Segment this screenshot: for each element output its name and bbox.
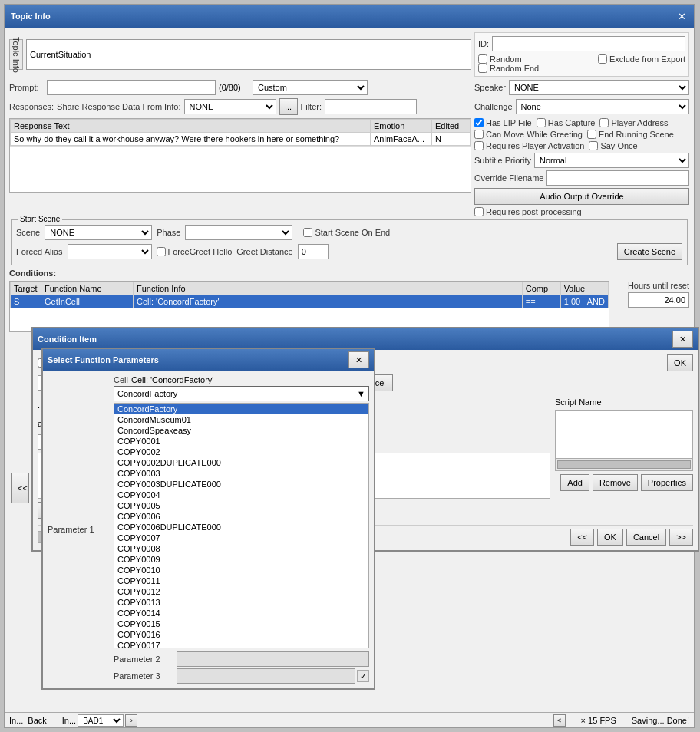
list-item[interactable]: COPY0016 — [114, 629, 368, 640]
list-item[interactable]: COPY0017 — [114, 640, 368, 648]
list-item[interactable]: COPY0005 — [114, 500, 368, 511]
player-address-checkbox[interactable] — [599, 118, 609, 127]
list-item[interactable]: ConcordSpeakeasy — [114, 425, 368, 436]
end-running-scene-checkbox[interactable] — [587, 130, 596, 139]
select-func-close-button[interactable]: ✕ — [348, 351, 369, 368]
phase-select[interactable] — [185, 225, 292, 240]
share-select[interactable]: NONE — [184, 99, 276, 114]
param2-input[interactable] — [177, 651, 369, 667]
hours-until-reset-input[interactable] — [628, 292, 689, 308]
param1-label: Parameter 1 — [48, 525, 109, 534]
param1-selected-value: ConcordFactory — [117, 389, 177, 398]
condition-row[interactable]: S GetInCell Cell: 'ConcordFactory' == 1.… — [11, 295, 609, 308]
param3-input[interactable] — [177, 668, 355, 684]
has-lip-file-checkbox[interactable] — [474, 118, 484, 127]
requires-player-activation-checkbox[interactable] — [474, 141, 484, 150]
random-checkbox[interactable] — [478, 54, 487, 64]
subtitle-priority-select[interactable]: Normal — [534, 153, 689, 168]
arrow-button[interactable]: › — [125, 714, 137, 727]
start-scene-on-end-label[interactable]: Start Scene On End — [303, 228, 390, 237]
response-text-cell: So why do they call it a workhouse anywa… — [11, 133, 371, 146]
list-item[interactable]: COPY0004 — [114, 490, 368, 500]
cond-col-info: Function Info — [134, 282, 523, 295]
dropdown-arrow-icon[interactable]: ▼ — [357, 389, 365, 398]
prompt-input[interactable] — [47, 80, 216, 95]
save-status: Saving... Done! — [632, 716, 689, 725]
properties-button2[interactable]: Properties — [641, 474, 693, 491]
condition-item-close-button[interactable]: ✕ — [672, 331, 693, 348]
list-item[interactable]: COPY0003 — [114, 468, 368, 479]
condition-ok-button[interactable]: OK — [667, 354, 693, 371]
list-item[interactable]: COPY0003DUPLICATE000 — [114, 479, 368, 490]
in2-label: In... — [62, 716, 76, 725]
list-item[interactable]: COPY0006 — [114, 511, 368, 522]
requires-post-processing-label[interactable]: Requires post-processing — [474, 207, 689, 216]
topic-text-label: Topic Info — [9, 39, 23, 70]
remove-button[interactable]: Remove — [593, 474, 638, 491]
has-capture-label[interactable]: Has Capture — [537, 118, 596, 127]
exclude-from-export-checkbox[interactable] — [598, 54, 607, 64]
challenge-select[interactable]: None — [516, 99, 689, 114]
list-item[interactable]: COPY0013 — [114, 597, 368, 608]
force-greet-hello-label[interactable]: ForceGreet Hello — [157, 247, 233, 256]
scroll-left-button[interactable]: << — [11, 473, 29, 503]
scene-label: Scene — [16, 228, 40, 237]
topic-text-input[interactable] — [26, 39, 471, 70]
main-close-button[interactable]: ✕ — [676, 8, 688, 25]
id-input[interactable] — [492, 36, 685, 51]
speaker-select[interactable]: NONE — [509, 80, 689, 95]
list-item[interactable]: COPY0002 — [114, 447, 368, 457]
can-move-while-greeting-checkbox[interactable] — [474, 130, 484, 139]
forced-alias-select[interactable] — [68, 244, 152, 259]
param1-value: Cell: 'ConcordFactory' — [131, 375, 214, 384]
requires-post-processing-checkbox[interactable] — [474, 207, 484, 216]
bad1-select[interactable]: BAD1 — [78, 714, 124, 727]
cond-col-target: Target — [11, 282, 41, 295]
share-dots-button[interactable]: ... — [279, 98, 298, 115]
select-func-title-bar: Select Function Parameters ✕ — [43, 349, 374, 371]
list-item[interactable]: COPY0012 — [114, 586, 368, 597]
main-window: Topic Info ✕ Topic Info ID: Random — [4, 4, 695, 728]
list-item[interactable]: COPY0002DUPLICATE000 — [114, 457, 368, 468]
create-scene-button[interactable]: Create Scene — [617, 243, 682, 260]
list-item[interactable]: ConcordMuseum01 — [114, 414, 368, 425]
table-row[interactable]: So why do they call it a workhouse anywa… — [11, 133, 471, 146]
add-button[interactable]: Add — [560, 474, 589, 491]
say-once-checkbox[interactable] — [589, 141, 598, 150]
random-end-checkbox-label[interactable]: Random End — [478, 64, 539, 73]
list-item[interactable]: COPY0006DUPLICATE000 — [114, 522, 368, 533]
list-item[interactable]: COPY0015 — [114, 618, 368, 629]
scene-select[interactable]: NONE — [45, 225, 152, 240]
list-item[interactable]: COPY0010 — [114, 565, 368, 575]
force-greet-hello-checkbox[interactable] — [157, 247, 166, 256]
nav-ok-button[interactable]: OK — [597, 529, 623, 546]
list-item[interactable]: COPY0009 — [114, 554, 368, 565]
nav-right-button[interactable]: >> — [669, 529, 693, 546]
nav-cancel-button[interactable]: Cancel — [626, 529, 666, 546]
list-item[interactable]: COPY0001 — [114, 436, 368, 447]
greet-distance-input[interactable] — [298, 244, 329, 259]
random-checkbox-label[interactable]: Random — [478, 54, 522, 64]
list-item[interactable]: COPY0007 — [114, 533, 368, 543]
requires-player-activation-label[interactable]: Requires Player Activation — [474, 141, 584, 150]
list-item[interactable]: ConcordFactory — [114, 404, 368, 414]
has-lip-file-label[interactable]: Has LIP File — [474, 118, 532, 127]
filter-input[interactable] — [325, 99, 417, 114]
prompt-dropdown[interactable]: Custom Default — [253, 80, 368, 95]
say-once-label[interactable]: Say Once — [589, 141, 637, 150]
player-address-label[interactable]: Player Address — [599, 118, 668, 127]
can-move-while-greeting-label[interactable]: Can Move While Greeting — [474, 130, 583, 139]
random-end-checkbox[interactable] — [478, 64, 487, 73]
nav-left-button[interactable]: << — [570, 529, 594, 546]
end-running-scene-label[interactable]: End Running Scene — [587, 130, 674, 139]
list-item[interactable]: COPY0011 — [114, 575, 368, 586]
override-filename-input[interactable] — [546, 170, 689, 186]
param1-list[interactable]: ConcordFactory ConcordMuseum01 ConcordSp… — [114, 403, 369, 648]
list-item[interactable]: COPY0014 — [114, 608, 368, 618]
has-capture-checkbox[interactable] — [537, 118, 546, 127]
exclude-from-export-checkbox-label[interactable]: Exclude from Export — [598, 54, 685, 64]
scroll-left-nav-button[interactable]: < — [553, 714, 566, 727]
list-item[interactable]: COPY0008 — [114, 543, 368, 554]
start-scene-on-end-checkbox[interactable] — [303, 228, 312, 237]
audio-output-override-button[interactable]: Audio Output Override — [474, 188, 689, 205]
